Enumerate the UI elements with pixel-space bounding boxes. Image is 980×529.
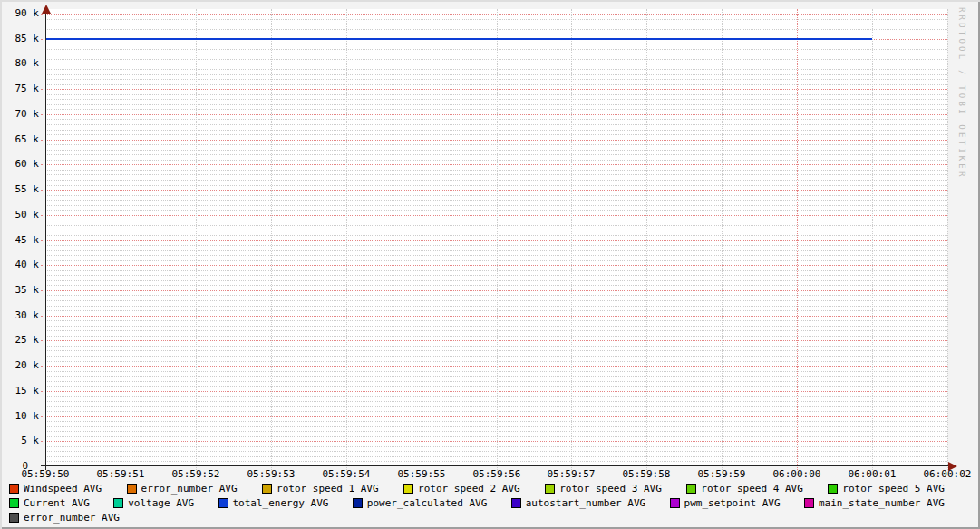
gridline-v-minor (497, 9, 498, 470)
gridline-v-minor (271, 9, 272, 470)
gridline-v-minor (422, 9, 422, 470)
x-tick-label: 05:59:55 (392, 469, 451, 480)
y-tick-label: 20 k (0, 360, 39, 371)
gridline-h-major (41, 215, 947, 216)
legend-swatch (9, 498, 19, 508)
legend-swatch (670, 498, 680, 508)
y-tick-label: 15 k (0, 386, 39, 397)
x-tick-label: 05:59:54 (316, 469, 376, 480)
x-tick-label: 06:00:02 (917, 469, 977, 480)
legend-label: power_calculated AVG (367, 497, 487, 509)
y-tick-label: 75 k (0, 83, 39, 94)
y-tick-label: 90 k (0, 8, 39, 19)
gridline-h-major (41, 190, 947, 191)
legend-swatch (804, 498, 814, 508)
legend-swatch (9, 513, 19, 523)
y-tick-label: 50 k (0, 210, 39, 220)
gridline-h-major (41, 441, 947, 442)
gridline-h-major (41, 240, 947, 241)
y-tick-label: 45 k (0, 235, 39, 246)
legend-item: power_calculated AVG (353, 497, 487, 509)
gridline-h-major (41, 114, 947, 115)
legend-swatch (262, 484, 272, 494)
gridline-h-major (41, 290, 947, 291)
gridline-h-major (41, 316, 947, 317)
legend-item: error_number AVG (127, 483, 238, 495)
y-tick-label: 35 k (0, 285, 39, 296)
x-tick-label: 06:00:00 (767, 469, 827, 480)
y-tick-label: 5 k (0, 436, 39, 446)
legend-item: rotor speed 3 AVG (545, 483, 662, 495)
legend-label: rotor speed 4 AVG (701, 483, 803, 495)
gridline-h-major (41, 64, 947, 64)
legend-item: pwm_setpoint AVG (670, 497, 781, 509)
y-axis-arrow-icon (42, 5, 51, 14)
y-tick-label: 25 k (0, 335, 39, 346)
gridline-h-major (41, 14, 947, 15)
legend-item: Windspeed AVG (9, 483, 102, 495)
y-tick-label: 85 k (0, 34, 39, 44)
x-tick-label: 05:59:51 (91, 469, 150, 480)
legend-label: total_energy AVG (233, 497, 329, 509)
gridline-v-minor (722, 9, 723, 470)
legend-swatch (828, 484, 838, 494)
gridline-v-minor (196, 9, 197, 470)
gridline-h-major (41, 416, 947, 417)
legend-item: rotor speed 2 AVG (403, 483, 520, 495)
y-axis (45, 8, 46, 470)
legend-item: Current AVG (9, 497, 90, 509)
legend-label: rotor speed 3 AVG (559, 483, 662, 495)
legend-label: main_state_number AVG (819, 497, 945, 509)
legend-row: Windspeed AVGerror_number AVGrotor speed… (9, 483, 945, 495)
gridline-h-major (41, 265, 947, 266)
y-tick-label: 30 k (0, 310, 39, 321)
legend-swatch (403, 484, 413, 494)
legend-label: error_number AVG (24, 512, 120, 524)
y-tick-label: 55 k (0, 184, 39, 195)
legend-label: Windspeed AVG (24, 483, 102, 495)
gridline-v-minor (346, 9, 347, 470)
x-tick-label: 05:59:53 (241, 469, 301, 480)
legend-label: rotor speed 2 AVG (418, 483, 520, 495)
y-tick-label: 70 k (0, 109, 39, 120)
legend-item: error_number AVG (9, 512, 120, 524)
gridline-h-major (41, 340, 947, 341)
y-tick-label: 60 k (0, 159, 39, 170)
x-axis (41, 465, 949, 466)
legend-label: autostart_number AVG (526, 497, 645, 509)
x-tick-label: 05:59:59 (692, 469, 752, 480)
gridline-h-major (41, 89, 947, 90)
legend-item: rotor speed 5 AVG (828, 483, 945, 495)
legend-swatch (545, 484, 555, 494)
gridline-h-major (41, 140, 947, 141)
legend-label: rotor speed 5 AVG (842, 483, 945, 495)
x-tick-label: 05:59:58 (616, 469, 676, 480)
gridline-v-minor (646, 9, 647, 470)
gridline-h-major (41, 164, 947, 165)
legend-label: pwm_setpoint AVG (684, 497, 781, 509)
x-tick-label: 05:59:57 (541, 469, 601, 480)
legend-swatch (686, 484, 696, 494)
legend-label: voltage AVG (128, 497, 194, 509)
y-tick-label: 65 k (0, 134, 39, 145)
legend-row: error_number AVG (9, 512, 945, 524)
legend-item: rotor speed 1 AVG (262, 483, 379, 495)
legend-swatch (127, 484, 137, 494)
legend-swatch (218, 498, 228, 508)
gridline-h-major (41, 391, 947, 392)
legend-item: autostart_number AVG (511, 497, 645, 509)
y-tick-label: 80 k (0, 58, 39, 69)
legend-item: rotor speed 4 AVG (686, 483, 803, 495)
legend-item: main_state_number AVG (804, 497, 945, 509)
legend-label: rotor speed 1 AVG (277, 483, 379, 495)
y-tick-label: 40 k (0, 260, 39, 270)
legend-swatch (9, 484, 19, 494)
gridline-v-minor (121, 9, 121, 470)
gridline-h-major (41, 366, 947, 367)
rrd-graph: 90 k85 k80 k75 k70 k65 k60 k55 k50 k45 k… (0, 0, 980, 529)
legend-swatch (113, 498, 123, 508)
legend-swatch (511, 498, 521, 508)
gridline-v-minor (947, 9, 948, 470)
legend-swatch (353, 498, 363, 508)
x-tick-label: 06:00:01 (842, 469, 902, 480)
